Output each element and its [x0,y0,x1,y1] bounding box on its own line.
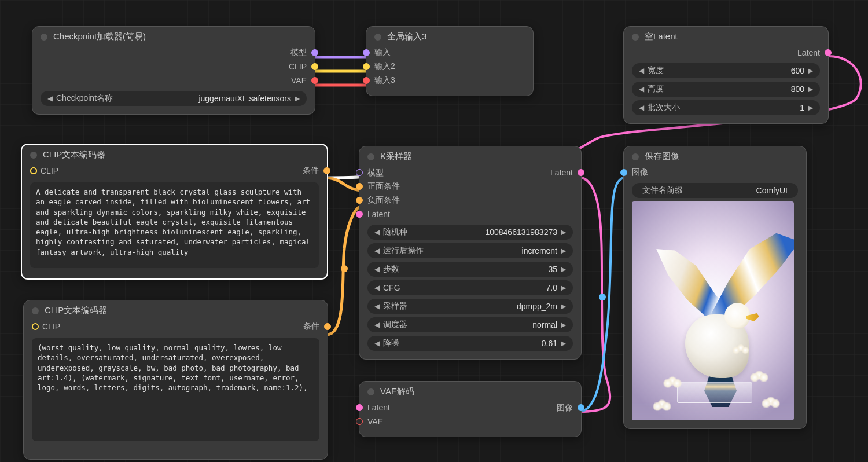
sampler-widget[interactable]: ◀ 采样器 dpmpp_2m ▶ [367,299,573,314]
port-neg-in[interactable] [356,197,363,204]
widget-label: 采样器 [383,301,407,311]
cond-out-label: 条件 [303,166,319,176]
latent-in-label: Latent [367,403,390,412]
clip-ring-icon [30,167,37,174]
chevron-right-icon[interactable]: ▶ [561,228,566,236]
chevron-right-icon[interactable]: ▶ [561,302,566,310]
seed-widget[interactable]: ◀ 随机种 1008466131983273 ▶ [367,225,573,240]
port-pos-in[interactable] [356,183,363,190]
chevron-left-icon[interactable]: ◀ [47,94,53,102]
collapse-dot-icon[interactable] [632,34,639,41]
chevron-left-icon[interactable]: ◀ [374,302,380,310]
steps-widget[interactable]: ◀ 步数 35 ▶ [367,262,573,277]
output-model-label: 模型 [290,47,307,58]
chevron-left-icon[interactable]: ◀ [639,85,644,93]
chevron-left-icon[interactable]: ◀ [374,228,380,236]
port-input3[interactable] [363,77,370,84]
node-global-inputs[interactable]: 全局输入3 输入 输入2 输入3 [366,26,534,96]
output-image-preview[interactable] [632,201,794,420]
widget-value: 800 [668,85,804,94]
widget-label: 调度器 [383,320,407,330]
latent-out-label: Latent [550,168,573,177]
batch-widget[interactable]: ◀ 批次大小 1 ▶ [632,100,820,115]
chevron-right-icon[interactable]: ▶ [561,321,566,329]
port-cond-out[interactable] [323,167,330,174]
port-model-in[interactable] [356,169,363,176]
node-clip-positive[interactable]: CLIP文本编码器 CLIP 条件 [21,144,328,280]
chevron-left-icon[interactable]: ◀ [639,104,644,112]
port-latent-out[interactable] [825,49,832,56]
collapse-dot-icon[interactable] [367,388,374,395]
widget-label: 降噪 [383,338,399,349]
collapse-dot-icon[interactable] [30,152,37,159]
collapse-dot-icon[interactable] [374,34,381,41]
svg-point-1 [341,265,348,272]
image-out-label: 图像 [557,403,573,412]
checkpoint-name-widget[interactable]: ◀ Checkpoint名称 juggernautXL.safetensors … [41,91,307,106]
scheduler-widget[interactable]: ◀ 调度器 normal ▶ [367,317,573,332]
node-header[interactable]: Checkpoint加载器(简易) [32,27,315,46]
chevron-right-icon[interactable]: ▶ [561,339,566,347]
node-clip-negative[interactable]: CLIP文本编码器 CLIP 条件 [23,300,328,460]
positive-prompt-input[interactable] [30,182,319,268]
svg-point-0 [599,294,606,300]
port-cond-out[interactable] [324,323,331,330]
image-in-label: 图像 [632,167,648,178]
chevron-right-icon[interactable]: ▶ [561,284,566,292]
chevron-right-icon[interactable]: ▶ [808,85,813,93]
port-latent-in[interactable] [356,404,363,411]
port-latent-in[interactable] [356,211,363,218]
node-header[interactable]: CLIP文本编码器 [24,300,328,320]
port-input1[interactable] [363,49,370,56]
port-latent-out[interactable] [578,169,584,176]
chevron-right-icon[interactable]: ▶ [295,94,300,102]
negative-prompt-input[interactable] [32,338,319,441]
node-header[interactable]: CLIP文本编码器 [22,145,327,164]
node-header[interactable]: 保存图像 [624,146,806,166]
collapse-dot-icon[interactable] [32,307,39,314]
chevron-left-icon[interactable]: ◀ [639,67,644,75]
node-vae-decode[interactable]: VAE解码 Latent 图像 VAE [359,381,582,437]
collapse-dot-icon[interactable] [367,153,374,160]
node-header[interactable]: 全局输入3 [366,27,533,46]
chevron-left-icon[interactable]: ◀ [374,321,380,329]
height-widget[interactable]: ◀ 高度 800 ▶ [632,82,820,97]
width-widget[interactable]: ◀ 宽度 600 ▶ [632,63,820,78]
node-header[interactable]: 空Latent [624,27,828,46]
chevron-right-icon[interactable]: ▶ [808,104,813,112]
node-empty-latent[interactable]: 空Latent Latent ◀ 宽度 600 ▶ ◀ 高度 800 ▶ ◀ 批… [623,26,829,124]
flower-icon [736,343,745,353]
port-clip-out[interactable] [311,63,318,70]
node-header[interactable]: K采样器 [359,146,581,166]
chevron-right-icon[interactable]: ▶ [561,265,566,273]
port-model-out[interactable] [311,49,318,56]
neg-in-label: 负面条件 [367,195,400,206]
cfg-widget[interactable]: ◀ CFG 7.0 ▶ [367,280,573,295]
filename-prefix-widget[interactable]: 文件名前缀 ComfyUI [632,183,798,198]
port-vae-out[interactable] [311,77,318,84]
chevron-right-icon[interactable]: ▶ [561,247,566,255]
input3-label: 输入3 [374,75,395,86]
chevron-left-icon[interactable]: ◀ [374,247,380,255]
collapse-dot-icon[interactable] [632,153,639,160]
widget-value: 1008466131983273 [412,228,557,237]
input1-label: 输入 [374,47,391,58]
node-checkpoint-loader[interactable]: Checkpoint加载器(简易) 模型 CLIP VAE ◀ Checkpoi… [32,26,315,115]
node-save-image[interactable]: 保存图像 图像 文件名前缀 ComfyUI [623,146,807,429]
widget-label: 步数 [383,264,399,274]
node-ksampler[interactable]: K采样器 模型 Latent 正面条件 负面条件 Latent ◀ 随机种 10… [359,146,582,360]
chevron-left-icon[interactable]: ◀ [374,339,380,347]
denoise-widget[interactable]: ◀ 降噪 0.61 ▶ [367,336,573,351]
collapse-dot-icon[interactable] [41,34,47,41]
chevron-right-icon[interactable]: ▶ [808,67,813,75]
widget-label: CFG [383,283,400,292]
port-vae-in[interactable] [356,418,363,425]
widget-value: 600 [668,66,804,75]
port-input2[interactable] [363,63,370,70]
node-header[interactable]: VAE解码 [359,382,581,401]
chevron-left-icon[interactable]: ◀ [374,284,380,292]
post-op-widget[interactable]: ◀ 运行后操作 increment ▶ [367,243,573,258]
chevron-left-icon[interactable]: ◀ [374,265,380,273]
port-image-in[interactable] [620,169,627,176]
port-image-out[interactable] [578,404,584,411]
